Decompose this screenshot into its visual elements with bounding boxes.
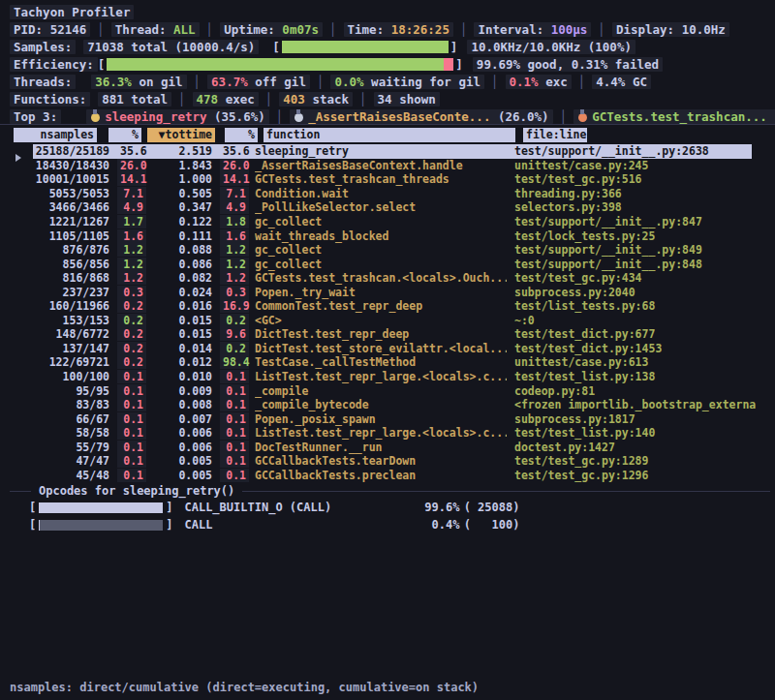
cell-function: GCCallbackTests.tearDown [255,454,507,468]
cell-function: TestCase._callTestMethod [255,355,507,369]
table-row[interactable]: 95/95 0.1 0.009 0.1 _compile codeop.py:8… [14,383,775,398]
cell-direct-percent: 0.2 [117,299,146,313]
cell-tottime: 0.010 [150,370,212,383]
cell-nsamples: 160/11966 [31,299,109,313]
functions-label: Functions: [10,92,90,107]
top3-line: Top 3: sleeping_retry (35.6%) │ _AssertR… [10,107,771,125]
cell-cumulative-percent: 0.1 [220,384,249,398]
divider: │ [206,22,214,37]
top3-entry-2[interactable]: _AssertRaisesBaseConte... (26.0%) [290,109,552,124]
top3-entry-3[interactable]: GCTests.test_trashcan... (14.1%) [574,109,775,124]
cell-nsamples: 1105/1105 [31,229,109,243]
thread-field[interactable]: Thread: ALL [111,22,200,37]
efficiency-bar [107,58,453,71]
table-row[interactable]: 237/237 0.3 0.024 0.3 Popen._try_wait su… [14,285,775,299]
opcode-bar [39,502,163,513]
table-row[interactable]: 100/100 0.1 0.010 0.1 ListTest.test_repr… [14,370,775,384]
cell-direct-percent: 0.1 [117,454,146,468]
uptime-field: Uptime: 0m07s [220,22,323,37]
cell-file-line: doctest.py:1427 [514,441,775,454]
cell-tottime: 0.015 [150,327,212,341]
cell-tottime: 0.009 [150,384,212,398]
table-row[interactable]: 137/147 0.2 0.014 0.2 DictTest.test_stor… [14,342,775,356]
cell-direct-percent: 0.1 [117,441,146,454]
header-nsamples[interactable]: nsamples [14,128,97,142]
cell-cumulative-percent: 16.9 [220,299,249,313]
cell-tottime: 0.505 [150,187,212,200]
table-row[interactable]: 18430/18430 26.0 1.843 26.0 _AssertRaise… [14,159,775,173]
divider: │ [276,109,284,124]
header-direct-percent[interactable]: % [108,128,141,142]
bronze-medal-icon [578,113,587,122]
table-row[interactable]: 55/79 0.1 0.006 0.1 DocTestRunner.__run … [14,440,775,454]
table-row[interactable]: 45/48 0.1 0.005 0.1 GCCallbackTests.prec… [14,469,775,483]
cell-function: sleeping_retry [255,144,507,158]
cell-file-line: codeop.py:81 [514,384,775,398]
status-bar: PID: 52146 │ Thread: ALL │ Uptime: 0m07s… [10,20,771,38]
efficiency-fail-fill [444,58,453,71]
header-function[interactable]: function [264,128,515,142]
threads-exc: 0.1% exc [506,75,572,89]
bar-open-bracket: [ [29,518,36,532]
table-row[interactable]: 1105/1105 1.6 0.111 1.6 wait_threads_blo… [14,228,775,243]
cell-file-line: test/test_dict.py:677 [514,327,775,341]
cell-nsamples: 10001/10015 [31,172,109,186]
cell-file-line: subprocess.py:2040 [514,286,775,299]
cell-direct-percent: 0.1 [117,398,146,411]
table-row[interactable]: 148/6772 0.2 0.015 9.6 DictTest.test_rep… [14,327,775,342]
cell-nsamples: 47/47 [31,454,109,468]
table-row[interactable]: 10001/10015 14.1 1.000 14.1 GCTests.test… [14,172,775,187]
opcode-count: ( 25088) [459,501,519,514]
cell-function: Popen._posix_spawn [255,412,507,426]
cell-nsamples: 237/237 [31,286,109,299]
table-row[interactable]: 66/67 0.1 0.007 0.1 Popen._posix_spawn s… [14,411,775,426]
cell-direct-percent: 1.6 [117,229,146,243]
cell-file-line: subprocess.py:1817 [514,412,775,426]
cell-file-line: selectors.py:398 [514,200,775,214]
opcode-count: ( 100) [459,518,519,532]
cell-file-line: unittest/case.py:613 [514,355,775,369]
opcode-row: [ ] CALL_BUILTIN_O (CALL) 99.6% ( 25088) [29,499,775,516]
table-row[interactable]: 816/868 1.2 0.082 1.2 GCTests.test_trash… [14,271,775,286]
table-row[interactable]: 160/11966 0.2 0.016 16.9 CommonTest.test… [14,299,775,314]
table-row[interactable]: 58/58 0.1 0.006 0.1 ListTest.test_repr_l… [14,426,775,441]
cell-function: GCTests.test_trashcan.<locals>.Ouch... [255,271,507,285]
table-row[interactable]: 122/69721 0.2 0.012 98.4 TestCase._callT… [14,355,775,370]
cell-direct-percent: 7.1 [117,187,146,200]
table-row[interactable]: 153/153 0.2 0.015 0.2 <GC> ~:0 [14,314,775,328]
table-row[interactable]: 25188/25189 35.6 2.519 35.6 sleeping_ret… [14,144,775,159]
cell-tottime: 0.086 [150,258,212,271]
table-row[interactable]: 83/83 0.1 0.008 0.1 _compile_bytecode <f… [14,398,775,412]
header-file-line[interactable]: file:line [523,128,587,142]
cell-tottime: 0.016 [150,299,212,313]
table-row[interactable]: 1221/1267 1.7 0.122 1.8 gc_collect test/… [14,215,775,229]
cell-nsamples: 1221/1267 [31,215,109,228]
cell-file-line: test/test_gc.py:516 [514,172,775,186]
divider: │ [194,75,202,89]
cell-tottime: 0.122 [150,215,212,228]
interval-field: Interval: 100µs [474,22,591,37]
cell-nsamples: 55/79 [31,441,109,454]
cell-direct-percent: 1.7 [117,215,146,228]
table-row[interactable]: 3466/3466 4.9 0.347 4.9 _PollLikeSelecto… [14,200,775,215]
threads-waiting-gil: 0.0% waiting for gil [330,75,484,89]
samples-line: Samples: 71038 total (10000.4/s) [ ] 10.… [10,38,771,55]
cell-function: ListTest.test_repr_large.<locals>.c... [255,426,507,440]
cell-tottime: 0.024 [150,286,212,299]
cell-function: _AssertRaisesBaseContext.handle [255,159,507,172]
top3-entry-1[interactable]: sleeping_retry (35.6%) [86,109,269,124]
cell-file-line: test/lock_tests.py:25 [514,229,775,243]
table-row[interactable]: 5053/5053 7.1 0.505 7.1 Condition.wait t… [14,187,775,201]
table-row[interactable]: 876/876 1.2 0.088 1.2 gc_collect test/su… [14,243,775,258]
table-row[interactable]: 856/856 1.2 0.086 1.2 gc_collect test/su… [14,257,775,271]
cell-direct-percent: 0.2 [117,327,146,341]
header-cumulative-percent[interactable]: % [225,128,258,142]
tachyon-profiler-window: Tachyon Profiler PID: 52146 │ Thread: AL… [0,0,775,700]
table-row[interactable]: 47/47 0.1 0.005 0.1 GCCallbackTests.tear… [14,454,775,469]
bar-close-bracket: ] [455,57,463,72]
header-tottime-sorted[interactable]: ▼tottime [147,128,215,142]
cell-function: gc_collect [255,243,507,257]
cell-direct-percent: 0.3 [117,286,146,299]
cell-function: <GC> [255,314,507,327]
cell-function: Popen._try_wait [255,286,507,299]
